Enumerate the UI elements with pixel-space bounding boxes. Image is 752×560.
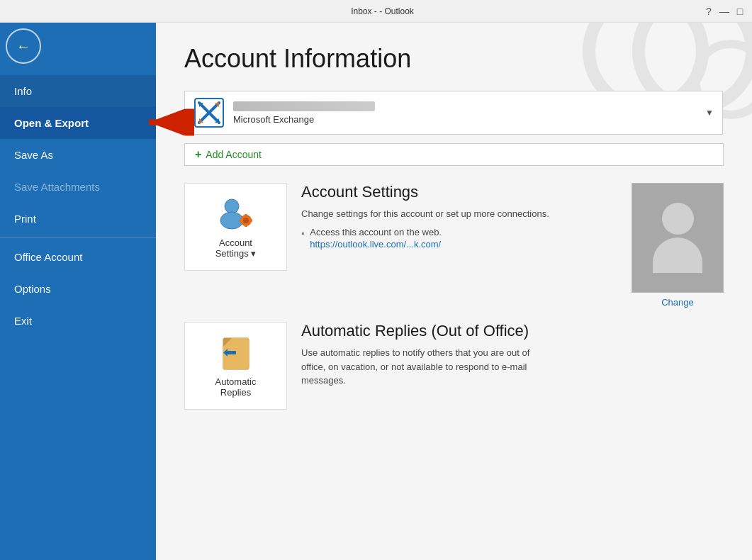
account-settings-info: Account Settings Change settings for thi… — [301, 183, 617, 250]
add-account-label: Add Account — [206, 149, 262, 160]
sidebar-item-print[interactable]: Print — [0, 203, 156, 235]
automatic-replies-svg-icon — [216, 334, 256, 371]
avatar-section: Change — [632, 183, 724, 308]
bullet-icon: ▪ — [301, 228, 304, 238]
avatar-head — [662, 203, 694, 235]
svg-point-11 — [225, 199, 239, 213]
sidebar-item-info[interactable]: Info — [0, 75, 156, 107]
add-icon: + — [195, 148, 201, 161]
minimize-button[interactable]: — — [718, 5, 731, 18]
account-dropdown[interactable]: Microsoft Exchange ▼ — [184, 91, 723, 135]
account-web-link[interactable]: https://outlook.live.com/...k.com/ — [310, 239, 441, 250]
account-name-blurred — [233, 101, 375, 111]
automatic-replies-icon-box[interactable]: AutomaticReplies — [184, 322, 287, 410]
title-bar: Inbox - - Outlook ? — □ — [0, 0, 752, 23]
title-bar-controls: ? — □ — [702, 5, 746, 18]
automatic-replies-title: Automatic Replies (Out of Office) — [301, 322, 724, 340]
avatar-box — [632, 183, 724, 293]
help-button[interactable]: ? — [702, 5, 715, 18]
page-title: Account Information — [184, 44, 724, 74]
sidebar-item-save-attachments: Save Attachments — [0, 171, 156, 203]
sidebar: ← Info Open & Export — [0, 23, 156, 560]
sidebar-item-save-as[interactable]: Save As — [0, 139, 156, 171]
avatar-body — [653, 237, 702, 273]
account-settings-description: Change settings for this account or set … — [301, 207, 556, 221]
svg-rect-15 — [245, 214, 247, 217]
back-button[interactable]: ← — [6, 28, 41, 64]
automatic-replies-info: Automatic Replies (Out of Office) Use au… — [301, 322, 724, 393]
sidebar-item-open-export[interactable]: Open & Export — [0, 107, 156, 139]
red-arrow-indicator — [142, 108, 195, 138]
maximize-button[interactable]: □ — [734, 5, 746, 18]
dropdown-arrow-icon: ▼ — [705, 108, 714, 118]
automatic-replies-description: Use automatic replies to notify others t… — [301, 346, 556, 388]
sidebar-nav: Info Open & Export — [0, 75, 156, 337]
title-bar-text: Inbox - - Outlook — [62, 6, 702, 16]
sidebar-item-exit[interactable]: Exit — [0, 305, 156, 337]
svg-rect-16 — [245, 224, 247, 227]
account-info: Microsoft Exchange — [233, 101, 705, 125]
svg-rect-18 — [249, 219, 252, 222]
exchange-icon — [193, 97, 225, 128]
account-settings-icon-box[interactable]: AccountSettings ▾ — [184, 183, 287, 271]
avatar-change-link[interactable]: Change — [661, 297, 694, 308]
account-settings-title: Account Settings — [301, 183, 617, 201]
main-content: Account Information — [156, 23, 752, 560]
account-settings-card-label: AccountSettings ▾ — [215, 237, 257, 259]
add-account-button[interactable]: + Add Account — [184, 143, 724, 166]
svg-rect-17 — [240, 219, 242, 222]
sidebar-item-options[interactable]: Options — [0, 273, 156, 305]
account-settings-card: AccountSettings ▾ Account Settings Chang… — [184, 183, 724, 308]
automatic-replies-card-label: AutomaticReplies — [215, 376, 257, 398]
account-web-access-text: Access this account on the web. — [310, 227, 442, 237]
svg-rect-22 — [228, 351, 236, 354]
account-settings-svg-icon — [216, 195, 256, 232]
account-type: Microsoft Exchange — [233, 114, 705, 125]
automatic-replies-card: AutomaticReplies Automatic Replies (Out … — [184, 322, 724, 410]
sidebar-item-office-account[interactable]: Office Account — [0, 241, 156, 273]
app-layout: ← Info Open & Export — [0, 23, 752, 560]
svg-point-14 — [243, 218, 249, 223]
account-settings-link-row: ▪ Access this account on the web. https:… — [301, 227, 617, 250]
sidebar-divider — [0, 237, 156, 238]
avatar-person-graphic — [653, 203, 702, 273]
